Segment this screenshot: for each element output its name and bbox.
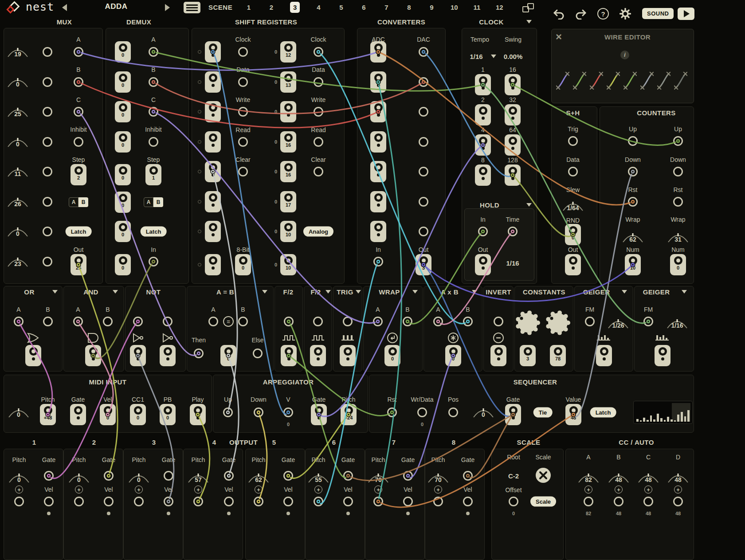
copy-scene-icon[interactable]	[522, 3, 535, 13]
counter2-up-jack[interactable]	[673, 136, 683, 146]
wire-editor-item-3[interactable]	[590, 72, 603, 90]
demux-out-port-1[interactable]: 0	[115, 41, 131, 63]
and-b-jack[interactable]	[103, 317, 113, 326]
trig-dropdown[interactable]	[356, 290, 361, 294]
scene-button-8[interactable]: 8	[405, 2, 413, 13]
scene-button-3[interactable]: 3	[290, 2, 300, 13]
or-dropdown[interactable]	[52, 290, 58, 294]
out5-octave-plus[interactable]: +	[255, 486, 263, 493]
not2-in-jack[interactable]	[163, 317, 173, 326]
cc-c-knob[interactable]: 48	[636, 472, 661, 483]
out8-gate-jack[interactable]	[463, 471, 473, 481]
out6-vel-jack[interactable]	[343, 497, 353, 506]
wire-editor-close-icon[interactable]: ×	[556, 31, 562, 42]
mux-knob-5[interactable]: 11	[5, 166, 30, 177]
cc-c-plus[interactable]: +	[644, 486, 652, 493]
axb-out-port[interactable]: 0	[445, 345, 461, 366]
adc-port-1[interactable]	[370, 41, 386, 63]
out4-pitch-jack[interactable]	[193, 497, 203, 506]
geiger2-out-port[interactable]	[655, 345, 670, 366]
seq-latch-button[interactable]: Latch	[590, 407, 616, 418]
sr2-clear-jack[interactable]	[314, 167, 323, 176]
constant1-knob[interactable]	[515, 310, 540, 335]
scale-edit-icon[interactable]	[535, 467, 551, 483]
midi-channel-knob[interactable]: 0	[6, 407, 31, 418]
demux-out-port-3[interactable]: 0	[115, 101, 131, 122]
demux-out-port-7[interactable]: 0	[115, 221, 131, 242]
sr2-out-port-2[interactable]: 13	[280, 71, 296, 93]
mux-knob-6[interactable]: 26	[5, 196, 30, 208]
demux-out-port-8[interactable]: 0	[115, 254, 131, 275]
demux-out-port-6[interactable]: 0	[115, 192, 131, 213]
scene-button-9[interactable]: 9	[427, 2, 435, 13]
out5-pitch-jack[interactable]	[254, 497, 263, 506]
adc-port-4[interactable]	[370, 131, 386, 153]
mux-knob-7[interactable]: 0	[5, 226, 30, 237]
seq-value-port[interactable]: 48	[565, 404, 581, 425]
preset-name[interactable]: ADDA	[94, 2, 138, 11]
geiger2-fm-jack[interactable]	[643, 317, 653, 326]
undo-icon[interactable]	[553, 9, 565, 20]
out8-pitch-knob[interactable]: 70	[426, 472, 451, 483]
dac-jack-5[interactable]	[419, 167, 428, 176]
cc-a-plus[interactable]: +	[584, 486, 592, 493]
scene-button-6[interactable]: 6	[360, 2, 368, 13]
geiger1-dropdown[interactable]	[622, 290, 627, 294]
demux-out-port-2[interactable]: 0	[115, 71, 131, 93]
out1-gate-jack[interactable]	[44, 471, 54, 481]
out2-pitch-jack[interactable]	[74, 497, 84, 506]
wrap-a-jack[interactable]	[373, 317, 383, 326]
out7-pitch-knob[interactable]: 70	[366, 472, 391, 483]
out3-gate-jack[interactable]	[164, 471, 173, 481]
redo-icon[interactable]	[575, 9, 587, 20]
wire-editor-item-5[interactable]	[623, 72, 637, 90]
wrap-out-port[interactable]: 0	[384, 345, 400, 366]
out7-gate-jack[interactable]	[403, 471, 413, 481]
arp-up-jack[interactable]	[223, 407, 233, 417]
sr2-data-jack[interactable]	[314, 77, 323, 87]
scene-button-10[interactable]: 10	[450, 2, 458, 13]
midi-gate-port[interactable]	[70, 404, 86, 425]
cc-a-jack[interactable]	[584, 497, 593, 506]
and-dropdown[interactable]	[113, 290, 118, 294]
hold-out-port[interactable]	[475, 254, 491, 275]
hold-time-value[interactable]: 1/16	[506, 259, 519, 267]
demux-latch-button[interactable]: Latch	[141, 227, 167, 237]
mux-step-port[interactable]: 2	[71, 164, 86, 185]
arp-down-jack[interactable]	[254, 407, 263, 417]
sr1-read-jack[interactable]	[238, 137, 248, 147]
cc-a-knob[interactable]: 82	[576, 472, 601, 483]
f2b-out-port[interactable]	[310, 345, 326, 366]
tempo-dropdown[interactable]	[491, 55, 496, 58]
counter2-rst-jack[interactable]	[673, 197, 683, 207]
dac-out-port[interactable]: 3	[416, 254, 431, 275]
counter1-rst-jack[interactable]	[628, 197, 638, 207]
scene-button-7[interactable]: 7	[382, 2, 390, 13]
invert-in-jack[interactable]	[494, 317, 503, 326]
or-out-port[interactable]	[25, 345, 41, 366]
midi-cc1-port[interactable]: 0	[130, 404, 146, 425]
or-a-jack[interactable]	[14, 317, 24, 326]
seq-step-display[interactable]	[633, 401, 693, 424]
invert-out-port[interactable]	[490, 345, 506, 366]
scene-button-12[interactable]: 12	[495, 2, 503, 13]
scale-quantize-button[interactable]: Scale	[530, 497, 556, 507]
sr1-out-port-5[interactable]	[205, 161, 221, 182]
help-icon[interactable]: ?	[597, 8, 609, 20]
clock-div-8-port[interactable]	[475, 164, 491, 186]
axb-dropdown[interactable]	[472, 290, 477, 294]
mux-ch-jack-3[interactable]	[43, 107, 52, 117]
demux-a-jack[interactable]	[149, 47, 158, 57]
midi-pb-port[interactable]: 0	[160, 404, 176, 425]
aeb-else-jack[interactable]	[253, 349, 263, 358]
mux-knob-2[interactable]: 0	[5, 76, 30, 88]
sr2-out-port-3[interactable]	[280, 101, 296, 122]
sr1-out-port-1[interactable]	[205, 41, 221, 63]
midi-pitch-port[interactable]: +48	[40, 404, 56, 425]
demux-c-jack[interactable]	[149, 107, 158, 117]
f2b-dropdown[interactable]	[325, 290, 331, 294]
sh-out-port[interactable]	[565, 254, 581, 275]
sh-slew-knob[interactable]: 1/64	[561, 200, 585, 211]
sr2-write-jack[interactable]	[314, 107, 323, 117]
or-b-jack[interactable]	[43, 317, 53, 326]
